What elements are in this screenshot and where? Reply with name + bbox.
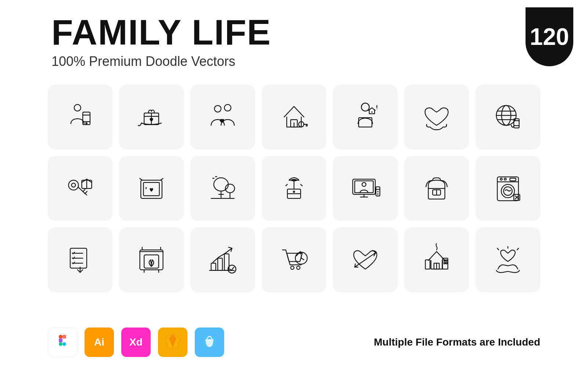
svg-point-8 <box>225 105 231 111</box>
svg-rect-101 <box>446 260 447 261</box>
svg-point-67 <box>500 178 502 180</box>
icon-card-keys-tag <box>48 156 112 221</box>
ai-badge: Ai <box>85 328 114 357</box>
svg-line-36 <box>140 178 142 180</box>
svg-point-59 <box>377 191 379 192</box>
svg-line-49 <box>286 184 288 186</box>
sketch-badge <box>158 328 187 357</box>
svg-point-28 <box>69 180 79 190</box>
svg-rect-110 <box>59 342 62 346</box>
main-title: FAMILY LIFE <box>51 15 271 50</box>
svg-point-65 <box>503 187 512 195</box>
svg-point-91 <box>297 266 300 269</box>
icon-card-photo-frame <box>119 156 184 221</box>
svg-point-4 <box>86 123 87 124</box>
icon-card-worker-home <box>333 85 398 149</box>
affinity-badge <box>195 328 224 357</box>
svg-point-7 <box>215 106 221 112</box>
svg-rect-103 <box>446 262 447 264</box>
icons-grid <box>48 85 540 292</box>
format-icons-list: Ai Xd <box>48 328 224 357</box>
icon-card-backpack <box>404 156 469 221</box>
icon-card-lamp-nightstand <box>262 156 326 221</box>
icon-card-house-key <box>262 85 326 149</box>
svg-point-38 <box>214 178 229 191</box>
icon-card-globe-phone <box>476 85 540 149</box>
svg-point-46 <box>293 191 295 192</box>
svg-point-0 <box>74 105 81 111</box>
svg-point-54 <box>362 183 366 187</box>
svg-line-104 <box>497 248 499 250</box>
count-badge: 120 <box>526 7 573 66</box>
svg-point-68 <box>504 178 506 180</box>
icon-card-checklist <box>48 227 112 292</box>
svg-point-29 <box>72 183 76 187</box>
header-area: FAMILY LIFE 100% Premium Doodle Vectors <box>51 15 271 69</box>
svg-rect-112 <box>59 335 62 339</box>
svg-line-37 <box>161 178 163 180</box>
icon-card-hands-heart <box>476 227 540 292</box>
svg-rect-69 <box>510 178 516 181</box>
svg-point-15 <box>361 103 369 111</box>
icon-card-person-phone <box>48 85 112 149</box>
svg-point-19 <box>377 109 377 110</box>
svg-rect-113 <box>62 335 66 339</box>
svg-rect-86 <box>218 258 223 270</box>
svg-rect-109 <box>59 339 62 342</box>
svg-rect-99 <box>425 260 430 269</box>
svg-point-17 <box>371 112 373 113</box>
icon-card-tv-person <box>333 156 398 221</box>
svg-point-111 <box>62 342 66 346</box>
footer: Ai Xd <box>48 328 540 357</box>
figma-badge <box>48 328 77 357</box>
icon-card-fireplace <box>119 227 184 292</box>
icon-card-shopping-cart <box>262 227 326 292</box>
svg-line-31 <box>83 190 85 192</box>
svg-line-105 <box>517 248 519 250</box>
xd-badge: Xd <box>121 328 151 357</box>
svg-rect-85 <box>211 263 216 270</box>
icon-card-house-city <box>404 227 469 292</box>
icon-card-gift-heart <box>119 85 184 149</box>
icon-card-heart-hands <box>404 85 469 149</box>
svg-point-90 <box>291 266 294 269</box>
svg-line-32 <box>85 191 87 194</box>
svg-point-121 <box>205 339 214 341</box>
svg-rect-102 <box>444 262 445 264</box>
svg-line-51 <box>301 184 302 186</box>
svg-line-95 <box>355 252 376 267</box>
subtitle: 100% Premium Doodle Vectors <box>51 54 271 69</box>
icon-card-couple <box>190 85 255 149</box>
icon-card-washing-machine <box>476 156 540 221</box>
icon-card-trees <box>190 156 255 221</box>
svg-point-60 <box>377 194 379 195</box>
icon-card-heart-arrow <box>333 227 398 292</box>
footer-text: Multiple File Formats are Included <box>374 336 540 348</box>
svg-line-94 <box>301 258 304 260</box>
icon-card-bar-chart <box>190 227 255 292</box>
